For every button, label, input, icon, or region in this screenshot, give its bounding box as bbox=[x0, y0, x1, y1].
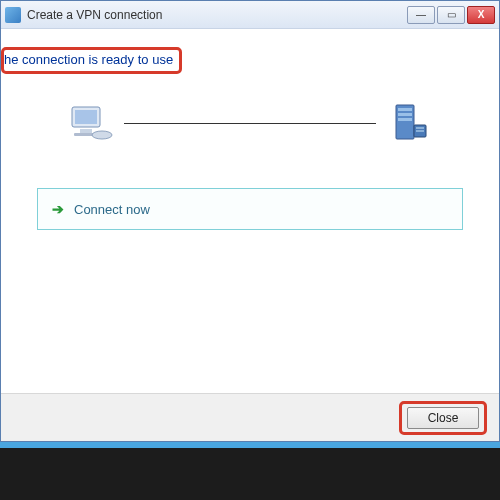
status-headline-row: he connection is ready to use bbox=[1, 47, 499, 74]
svg-rect-8 bbox=[398, 118, 412, 121]
svg-rect-11 bbox=[416, 130, 424, 132]
svg-rect-1 bbox=[75, 110, 97, 124]
close-button-highlight: Close bbox=[399, 401, 487, 435]
connect-now-button[interactable]: ➔ Connect now bbox=[37, 188, 463, 230]
window-title: Create a VPN connection bbox=[27, 8, 407, 22]
arrow-right-icon: ➔ bbox=[52, 201, 64, 217]
maximize-button[interactable]: ▭ bbox=[437, 6, 465, 24]
connection-line bbox=[124, 123, 376, 124]
server-icon bbox=[380, 98, 440, 148]
background-area bbox=[0, 448, 500, 500]
svg-rect-10 bbox=[416, 127, 424, 129]
titlebar[interactable]: Create a VPN connection — ▭ X bbox=[1, 1, 499, 29]
svg-rect-6 bbox=[398, 108, 412, 111]
vpn-wizard-window: Create a VPN connection — ▭ X he connect… bbox=[0, 0, 500, 442]
window-close-button[interactable]: X bbox=[467, 6, 495, 24]
wizard-content: he connection is ready to use bbox=[1, 29, 499, 393]
computer-icon bbox=[60, 98, 120, 148]
svg-point-4 bbox=[92, 131, 112, 139]
svg-rect-7 bbox=[398, 113, 412, 116]
connect-now-label: Connect now bbox=[74, 202, 150, 217]
close-button[interactable]: Close bbox=[407, 407, 479, 429]
connection-diagram bbox=[60, 98, 440, 148]
minimize-button[interactable]: — bbox=[407, 6, 435, 24]
svg-rect-2 bbox=[80, 129, 92, 133]
status-headline: he connection is ready to use bbox=[1, 47, 182, 74]
window-controls: — ▭ X bbox=[407, 6, 495, 24]
wizard-footer: Close bbox=[1, 393, 499, 441]
app-icon bbox=[5, 7, 21, 23]
